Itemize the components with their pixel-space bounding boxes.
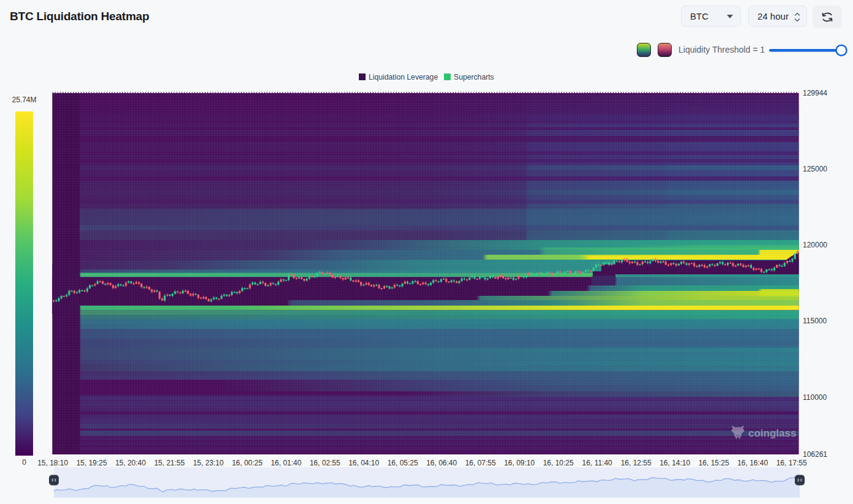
svg-text:16, 16:40: 16, 16:40 — [737, 459, 768, 467]
svg-text:0: 0 — [22, 458, 26, 467]
svg-text:16, 11:40: 16, 11:40 — [582, 459, 612, 467]
svg-text:110000: 110000 — [803, 393, 827, 402]
svg-text:115000: 115000 — [803, 317, 827, 325]
svg-text:16, 09:10: 16, 09:10 — [504, 459, 535, 467]
svg-text:25.74M: 25.74M — [12, 96, 36, 104]
svg-text:106261: 106261 — [803, 450, 827, 459]
svg-text:16, 05:25: 16, 05:25 — [388, 459, 418, 467]
svg-text:16, 12:55: 16, 12:55 — [621, 459, 652, 467]
svg-text:16, 07:55: 16, 07:55 — [465, 459, 496, 467]
svg-text:16, 00:25: 16, 00:25 — [232, 459, 263, 467]
svg-text:16, 04:10: 16, 04:10 — [348, 459, 379, 467]
svg-text:15, 23:10: 15, 23:10 — [193, 459, 224, 467]
svg-text:125000: 125000 — [803, 165, 827, 173]
svg-text:15, 18:10: 15, 18:10 — [37, 459, 68, 467]
svg-text:16, 02:55: 16, 02:55 — [310, 459, 340, 467]
svg-text:16, 10:25: 16, 10:25 — [543, 459, 574, 467]
svg-text:16, 14:10: 16, 14:10 — [659, 459, 690, 467]
svg-text:16, 01:40: 16, 01:40 — [271, 459, 301, 467]
svg-text:16, 15:25: 16, 15:25 — [699, 459, 729, 467]
svg-text:15, 19:25: 15, 19:25 — [77, 459, 107, 467]
svg-text:coinglass: coinglass — [748, 427, 796, 439]
svg-text:120000: 120000 — [803, 241, 827, 249]
svg-text:129944: 129944 — [803, 89, 827, 97]
svg-text:15, 21:55: 15, 21:55 — [154, 459, 185, 467]
svg-text:16, 17:55: 16, 17:55 — [776, 459, 807, 467]
svg-text:15, 20:40: 15, 20:40 — [115, 459, 146, 467]
svg-text:16, 06:40: 16, 06:40 — [426, 459, 457, 467]
